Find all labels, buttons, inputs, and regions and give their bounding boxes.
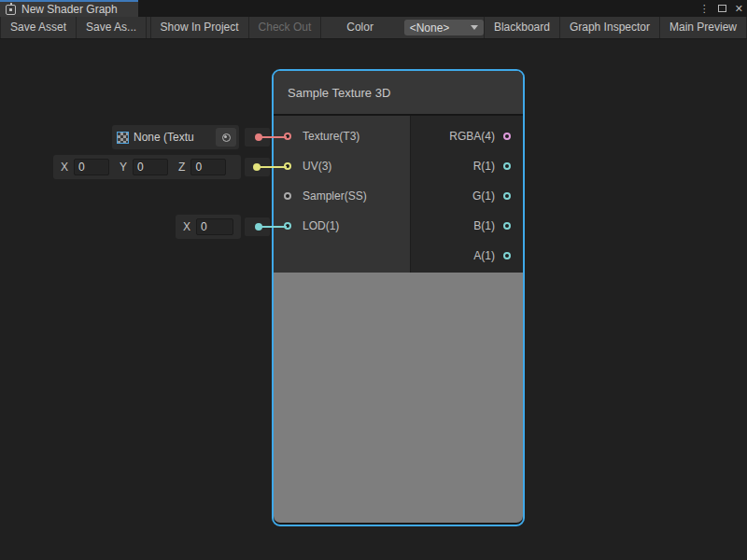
input-port-label: LOD(1) bbox=[303, 219, 339, 232]
kebab-menu-icon[interactable]: ⋮ bbox=[699, 0, 710, 17]
output-port-row: B(1) bbox=[411, 211, 523, 241]
output-port-b[interactable] bbox=[503, 222, 511, 230]
input-port-label: Sampler(SS) bbox=[303, 189, 367, 203]
output-port-g[interactable] bbox=[503, 192, 511, 200]
color-mode-label: Color Mode bbox=[339, 17, 403, 38]
output-port-label: A(1) bbox=[473, 249, 495, 262]
lod-widget: X bbox=[176, 215, 241, 239]
output-ports-column: RGBA(4) R(1) G(1) B(1) A(1) bbox=[410, 116, 523, 273]
output-port-label: RGBA(4) bbox=[449, 130, 495, 143]
lod-stub-wire bbox=[259, 226, 287, 228]
uv-x-field[interactable] bbox=[74, 159, 109, 175]
output-port-rgba[interactable] bbox=[503, 133, 511, 140]
toolbar-right-group: Blackboard Graph Inspector Main Preview bbox=[484, 17, 747, 38]
output-port-row: G(1) bbox=[411, 181, 523, 211]
input-port-row: UV(3) bbox=[274, 151, 410, 181]
uv-z-label: Z bbox=[178, 161, 185, 174]
output-port-label: R(1) bbox=[473, 160, 495, 173]
tab-new-shader-graph[interactable]: New Shader Graph bbox=[0, 0, 138, 17]
input-port-sampler[interactable] bbox=[284, 192, 291, 200]
show-in-project-button[interactable]: Show In Project bbox=[150, 17, 249, 38]
maximize-icon[interactable] bbox=[718, 5, 726, 12]
texture-stub-dot bbox=[255, 133, 262, 141]
texture-stub-wire bbox=[259, 136, 287, 138]
output-port-row: R(1) bbox=[411, 151, 523, 181]
check-out-button: Check Out bbox=[249, 17, 322, 38]
node-title: Sample Texture 3D bbox=[288, 86, 390, 100]
output-port-label: B(1) bbox=[473, 219, 495, 232]
shader-graph-icon bbox=[6, 5, 16, 15]
lod-x-label: X bbox=[183, 220, 190, 233]
blackboard-button[interactable]: Blackboard bbox=[484, 17, 559, 38]
lod-x-field[interactable] bbox=[196, 218, 233, 235]
input-port-row: LOD(1) bbox=[274, 211, 410, 241]
tab-bar: New Shader Graph ⋮ ✕ bbox=[0, 0, 747, 17]
uv-vector3-widget: X Y Z bbox=[53, 155, 241, 179]
node-sample-texture-3d[interactable]: Sample Texture 3D Texture(T3) UV(3) Samp… bbox=[272, 69, 525, 526]
uv-stub-wire bbox=[257, 166, 287, 168]
output-port-row: RGBA(4) bbox=[411, 121, 523, 151]
texture-thumbnail-icon bbox=[117, 132, 129, 144]
main-preview-button[interactable]: Main Preview bbox=[659, 17, 747, 38]
graph-inspector-button[interactable]: Graph Inspector bbox=[559, 17, 659, 38]
toolbar-spacer bbox=[321, 17, 339, 38]
node-preview bbox=[274, 273, 523, 523]
uv-x-label: X bbox=[61, 161, 68, 174]
color-mode-dropdown[interactable]: <None> bbox=[404, 20, 484, 35]
lod-stub-dot bbox=[255, 223, 262, 231]
chevron-down-icon bbox=[471, 25, 478, 30]
texture-field-value: None (Textu bbox=[134, 131, 216, 144]
color-mode-value: <None> bbox=[410, 21, 450, 35]
save-as-button[interactable]: Save As... bbox=[77, 17, 147, 38]
close-icon[interactable]: ✕ bbox=[735, 0, 743, 17]
node-ports: Texture(T3) UV(3) Sampler(SS) LOD(1) RGB… bbox=[274, 116, 523, 273]
node-header[interactable]: Sample Texture 3D bbox=[274, 71, 523, 116]
input-ports-column: Texture(T3) UV(3) Sampler(SS) LOD(1) bbox=[274, 116, 410, 273]
window-controls: ⋮ ✕ bbox=[699, 0, 743, 17]
tab-title: New Shader Graph bbox=[21, 3, 118, 16]
output-port-a[interactable] bbox=[503, 252, 511, 259]
uv-stub-dot bbox=[253, 163, 261, 171]
output-port-r[interactable] bbox=[503, 162, 511, 170]
output-port-label: G(1) bbox=[472, 189, 495, 203]
input-port-label: Texture(T3) bbox=[303, 130, 359, 143]
output-port-row: A(1) bbox=[411, 241, 523, 271]
save-asset-button[interactable]: Save Asset bbox=[0, 17, 77, 38]
uv-y-field[interactable] bbox=[133, 159, 168, 175]
input-port-row: Sampler(SS) bbox=[274, 181, 410, 211]
graph-canvas[interactable]: Sample Texture 3D Texture(T3) UV(3) Samp… bbox=[0, 39, 747, 560]
uv-y-label: Y bbox=[120, 161, 127, 174]
object-picker-button[interactable] bbox=[216, 128, 236, 147]
uv-z-field[interactable] bbox=[190, 159, 226, 175]
input-port-label: UV(3) bbox=[303, 160, 331, 173]
object-picker-icon bbox=[222, 133, 231, 142]
input-port-row: Texture(T3) bbox=[274, 121, 410, 151]
texture-object-field[interactable]: None (Textu bbox=[112, 125, 239, 149]
toolbar: Save Asset Save As... Show In Project Ch… bbox=[0, 17, 747, 39]
